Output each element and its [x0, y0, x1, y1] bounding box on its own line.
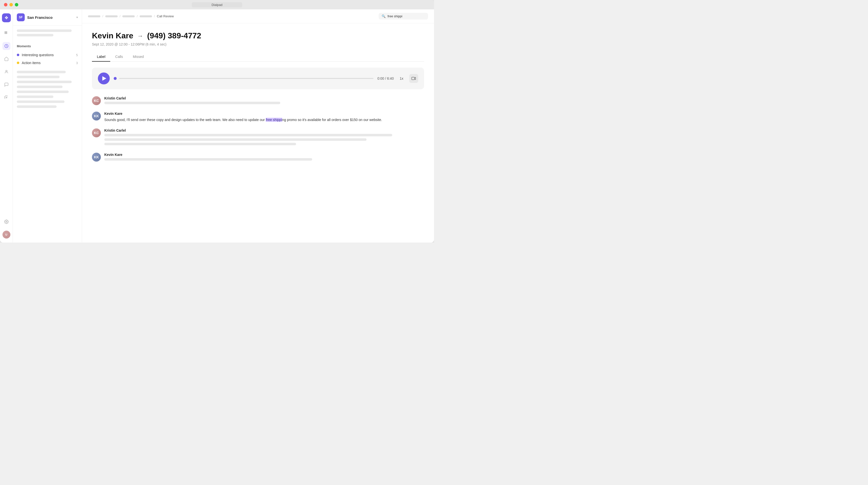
- moment-item-action[interactable]: Action items 3: [17, 59, 78, 67]
- dialpad-logo-icon: ❖: [4, 15, 8, 21]
- text-after: ng promo so it's available for all order…: [282, 118, 382, 122]
- play-icon: [102, 76, 106, 81]
- breadcrumb-item: [122, 15, 135, 17]
- moment-label-action: Action items: [22, 61, 76, 65]
- moment-item-interesting[interactable]: Interesting questions 5: [17, 51, 78, 59]
- sidebar-skeleton-top: [13, 26, 82, 40]
- skeleton-bar: [17, 81, 72, 83]
- chevron-down-icon: ▾: [76, 16, 78, 19]
- skeleton-bar: [17, 95, 53, 98]
- breadcrumb-separator: /: [120, 15, 121, 18]
- svg-rect-2: [5, 33, 6, 34]
- speaker-name: Kristin Carlel: [104, 129, 424, 133]
- skeleton-bar: [104, 102, 280, 104]
- avatar: KC: [92, 129, 101, 137]
- transcript-entry: KK Kevin Kare Sounds good, I'll send ove…: [92, 112, 424, 122]
- svg-rect-0: [5, 31, 6, 32]
- app-logo[interactable]: ❖: [2, 13, 11, 22]
- interesting-dot: [17, 54, 19, 56]
- left-nav: ❖ U: [0, 9, 13, 242]
- user-avatar-bottom[interactable]: U: [2, 231, 10, 238]
- moment-count-interesting: 5: [76, 53, 78, 57]
- minimize-button[interactable]: [9, 3, 13, 6]
- nav-icon-history[interactable]: [2, 42, 10, 50]
- skeleton-bar: [104, 143, 296, 145]
- svg-rect-8: [412, 77, 414, 80]
- breadcrumb-item: [105, 15, 118, 17]
- breadcrumb-item: [88, 15, 100, 17]
- nav-icon-3[interactable]: [2, 81, 10, 89]
- moments-section: Moments Interesting questions 5 Action i…: [13, 40, 82, 71]
- nav-icon-2[interactable]: [2, 68, 10, 76]
- transcript-entry: KK Kevin Kare: [92, 153, 424, 162]
- svg-point-6: [6, 97, 7, 98]
- main-content-area: / / / / Call Review 🔍 Kevin Kare: [82, 9, 434, 242]
- tabs-row: Label Calls Missed: [92, 52, 424, 62]
- maximize-button[interactable]: [15, 3, 18, 6]
- sidebar-header[interactable]: SF San Francisco ▾: [13, 9, 82, 26]
- speaker-name: Kevin Kare: [104, 112, 424, 116]
- team-avatar: SF: [17, 13, 25, 21]
- skeleton-bar: [104, 138, 367, 141]
- phone-number: (949) 389-4772: [147, 31, 201, 40]
- transcript-entry: KC Kristin Carlel: [92, 96, 424, 106]
- breadcrumb-separator: /: [102, 15, 103, 18]
- search-input[interactable]: [388, 15, 425, 18]
- breadcrumb-current: Call Review: [157, 15, 174, 18]
- close-button[interactable]: [4, 3, 7, 6]
- speed-button[interactable]: 1x: [398, 76, 405, 81]
- text-before: Sounds good, I'll send over these copy a…: [104, 118, 266, 122]
- progress-bar[interactable]: [119, 78, 373, 79]
- nav-icon-1[interactable]: [2, 55, 10, 63]
- skeleton-bar: [104, 134, 392, 136]
- search-highlight: free shippi: [266, 118, 282, 122]
- play-button[interactable]: [98, 73, 110, 84]
- nav-icon-recent: [2, 29, 10, 37]
- transcript-body: Kevin Kare: [104, 153, 424, 162]
- tab-missed[interactable]: Missed: [128, 52, 149, 62]
- transcript-body: Kevin Kare Sounds good, I'll send over t…: [104, 112, 424, 122]
- tab-label[interactable]: Label: [92, 52, 110, 62]
- main-header: / / / / Call Review 🔍: [82, 9, 434, 23]
- audio-player: 0:00 / 6:40 1x: [92, 67, 424, 89]
- tab-calls[interactable]: Calls: [110, 52, 128, 62]
- avatar: KC: [92, 96, 101, 105]
- svg-rect-3: [6, 33, 7, 34]
- arrow-icon: →: [137, 32, 143, 39]
- transcript-entry: KC Kristin Carlel: [92, 129, 424, 147]
- sidebar-skeleton-mid: [13, 71, 82, 108]
- transcript-body: Kristin Carlel: [104, 129, 424, 147]
- moment-count-action: 3: [76, 61, 78, 65]
- breadcrumb: / / / / Call Review: [88, 15, 174, 18]
- progress-dot: [114, 77, 117, 80]
- window-title: Dialpad: [192, 2, 242, 7]
- time-display: 0:00 / 6:40: [377, 77, 394, 80]
- skeleton-bar: [17, 76, 60, 78]
- skeleton-bar: [17, 29, 72, 32]
- sidebar: SF San Francisco ▾ Moments Interesting q…: [13, 9, 82, 242]
- team-name: San Francisco: [27, 15, 74, 20]
- search-icon: 🔍: [382, 15, 385, 18]
- speaker-name: Kristin Carlel: [104, 96, 424, 100]
- skeleton-bar: [17, 86, 63, 88]
- moment-label-interesting: Interesting questions: [22, 53, 76, 57]
- transcript-text: Sounds good, I'll send over these copy a…: [104, 117, 424, 122]
- avatar: KK: [92, 112, 101, 120]
- nav-icon-5[interactable]: [2, 218, 10, 226]
- progress-track[interactable]: [114, 77, 373, 80]
- skeleton-bar: [17, 106, 57, 108]
- caller-name: Kevin Kare: [92, 31, 133, 40]
- transcript-body: Kristin Carlel: [104, 96, 424, 106]
- avatar: KK: [92, 153, 101, 162]
- speaker-name: Kevin Kare: [104, 153, 424, 156]
- main-scroll-area: Kevin Kare → (949) 389-4772 Sept 12, 202…: [82, 23, 434, 242]
- video-icon-button[interactable]: [409, 74, 418, 83]
- svg-point-7: [6, 221, 7, 223]
- skeleton-bar: [17, 91, 69, 93]
- nav-icon-4[interactable]: [2, 93, 10, 102]
- skeleton-bar: [17, 101, 64, 103]
- search-box[interactable]: 🔍: [379, 13, 428, 20]
- skeleton-bar: [17, 71, 66, 73]
- svg-rect-1: [6, 31, 7, 32]
- breadcrumb-item: [140, 15, 152, 17]
